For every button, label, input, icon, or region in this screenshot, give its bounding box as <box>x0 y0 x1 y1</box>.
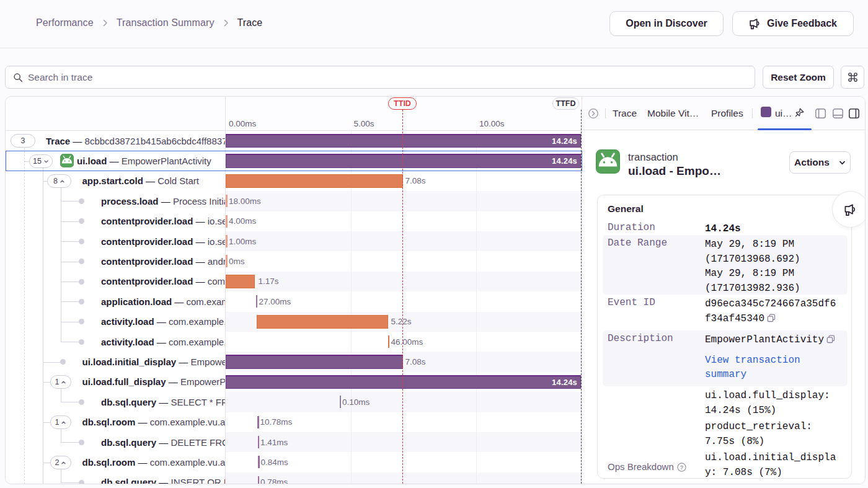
svg-text:?: ? <box>680 464 683 471</box>
